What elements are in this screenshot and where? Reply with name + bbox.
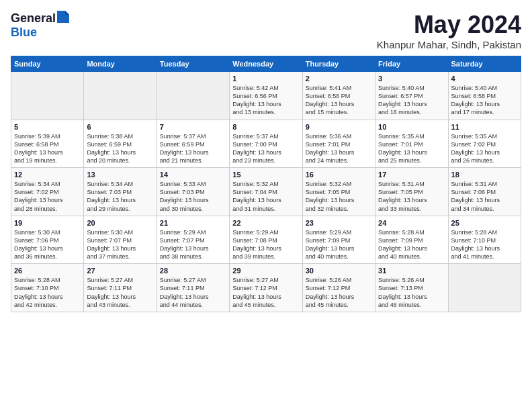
svg-marker-0 — [57, 11, 69, 23]
calendar-cell: 4Sunrise: 5:40 AM Sunset: 6:58 PM Daylig… — [448, 72, 521, 120]
calendar-cell: 29Sunrise: 5:27 AM Sunset: 7:12 PM Dayli… — [230, 264, 302, 312]
day-info: Sunrise: 5:35 AM Sunset: 7:01 PM Dayligh… — [378, 132, 445, 165]
day-info: Sunrise: 5:26 AM Sunset: 7:12 PM Dayligh… — [306, 276, 372, 309]
calendar-cell: 6Sunrise: 5:38 AM Sunset: 6:59 PM Daylig… — [84, 120, 157, 168]
day-number: 29 — [232, 267, 299, 275]
calendar-cell — [448, 264, 521, 312]
calendar-cell — [84, 72, 157, 120]
weekday-header-tuesday: Tuesday — [157, 56, 229, 72]
calendar-week-row: 12Sunrise: 5:34 AM Sunset: 7:02 PM Dayli… — [11, 168, 521, 216]
calendar-week-row: 1Sunrise: 5:42 AM Sunset: 6:56 PM Daylig… — [11, 72, 521, 120]
day-number: 14 — [160, 171, 226, 179]
day-info: Sunrise: 5:29 AM Sunset: 7:07 PM Dayligh… — [160, 228, 226, 261]
day-info: Sunrise: 5:42 AM Sunset: 6:56 PM Dayligh… — [232, 84, 299, 117]
calendar-cell — [11, 72, 84, 120]
calendar-cell: 10Sunrise: 5:35 AM Sunset: 7:01 PM Dayli… — [375, 120, 448, 168]
day-number: 27 — [87, 267, 153, 275]
day-info: Sunrise: 5:33 AM Sunset: 7:03 PM Dayligh… — [160, 180, 226, 213]
day-number: 6 — [87, 123, 153, 131]
header: General Blue May 2024 Khanpur Mahar, Sin… — [11, 11, 521, 50]
calendar-week-row: 19Sunrise: 5:30 AM Sunset: 7:06 PM Dayli… — [11, 216, 521, 264]
day-number: 8 — [232, 123, 299, 131]
day-info: Sunrise: 5:35 AM Sunset: 7:02 PM Dayligh… — [451, 132, 518, 165]
calendar-cell: 23Sunrise: 5:29 AM Sunset: 7:09 PM Dayli… — [302, 216, 375, 264]
calendar-cell: 26Sunrise: 5:28 AM Sunset: 7:10 PM Dayli… — [11, 264, 84, 312]
calendar-table: SundayMondayTuesdayWednesdayThursdayFrid… — [11, 56, 521, 312]
weekday-header-wednesday: Wednesday — [230, 56, 302, 72]
day-info: Sunrise: 5:31 AM Sunset: 7:06 PM Dayligh… — [451, 180, 518, 213]
calendar-cell: 7Sunrise: 5:37 AM Sunset: 6:59 PM Daylig… — [157, 120, 229, 168]
day-number: 16 — [306, 171, 372, 179]
calendar-cell: 2Sunrise: 5:41 AM Sunset: 6:56 PM Daylig… — [302, 72, 375, 120]
calendar-cell: 8Sunrise: 5:37 AM Sunset: 7:00 PM Daylig… — [230, 120, 302, 168]
day-info: Sunrise: 5:41 AM Sunset: 6:56 PM Dayligh… — [306, 84, 372, 117]
day-number: 31 — [378, 267, 445, 275]
weekday-header-friday: Friday — [375, 56, 448, 72]
day-number: 12 — [14, 171, 81, 179]
day-info: Sunrise: 5:40 AM Sunset: 6:57 PM Dayligh… — [378, 84, 445, 117]
weekday-header-thursday: Thursday — [302, 56, 375, 72]
day-number: 28 — [160, 267, 226, 275]
calendar-cell — [157, 72, 229, 120]
day-number: 3 — [378, 75, 445, 83]
calendar-cell: 21Sunrise: 5:29 AM Sunset: 7:07 PM Dayli… — [157, 216, 229, 264]
day-info: Sunrise: 5:29 AM Sunset: 7:09 PM Dayligh… — [306, 228, 372, 261]
calendar-cell: 18Sunrise: 5:31 AM Sunset: 7:06 PM Dayli… — [448, 168, 521, 216]
day-number: 10 — [378, 123, 445, 131]
day-number: 20 — [87, 219, 153, 227]
day-info: Sunrise: 5:34 AM Sunset: 7:02 PM Dayligh… — [14, 180, 81, 213]
day-number: 4 — [451, 75, 518, 83]
svg-marker-1 — [65, 11, 69, 15]
day-info: Sunrise: 5:31 AM Sunset: 7:05 PM Dayligh… — [378, 180, 445, 213]
day-info: Sunrise: 5:28 AM Sunset: 7:10 PM Dayligh… — [14, 276, 81, 309]
weekday-header-saturday: Saturday — [448, 56, 521, 72]
calendar-cell: 5Sunrise: 5:39 AM Sunset: 6:58 PM Daylig… — [11, 120, 84, 168]
day-number: 9 — [306, 123, 372, 131]
day-info: Sunrise: 5:40 AM Sunset: 6:58 PM Dayligh… — [451, 84, 518, 117]
day-number: 5 — [14, 123, 81, 131]
day-number: 17 — [378, 171, 445, 179]
logo-blue-text: Blue — [11, 26, 37, 39]
day-number: 7 — [160, 123, 226, 131]
title-area: May 2024 Khanpur Mahar, Sindh, Pakistan — [377, 11, 521, 50]
calendar-cell: 24Sunrise: 5:28 AM Sunset: 7:09 PM Dayli… — [375, 216, 448, 264]
day-info: Sunrise: 5:27 AM Sunset: 7:11 PM Dayligh… — [160, 276, 226, 309]
day-number: 24 — [378, 219, 445, 227]
day-number: 21 — [160, 219, 226, 227]
calendar-cell: 15Sunrise: 5:32 AM Sunset: 7:04 PM Dayli… — [230, 168, 302, 216]
logo-icon — [57, 11, 69, 26]
day-info: Sunrise: 5:32 AM Sunset: 7:05 PM Dayligh… — [306, 180, 372, 213]
day-number: 19 — [14, 219, 81, 227]
day-number: 26 — [14, 267, 81, 275]
day-info: Sunrise: 5:29 AM Sunset: 7:08 PM Dayligh… — [232, 228, 299, 261]
day-info: Sunrise: 5:30 AM Sunset: 7:07 PM Dayligh… — [87, 228, 153, 261]
calendar-cell: 9Sunrise: 5:36 AM Sunset: 7:01 PM Daylig… — [302, 120, 375, 168]
day-info: Sunrise: 5:32 AM Sunset: 7:04 PM Dayligh… — [232, 180, 299, 213]
calendar-cell: 27Sunrise: 5:27 AM Sunset: 7:11 PM Dayli… — [84, 264, 157, 312]
weekday-header-row: SundayMondayTuesdayWednesdayThursdayFrid… — [11, 56, 521, 72]
calendar-subtitle: Khanpur Mahar, Sindh, Pakistan — [377, 39, 521, 50]
day-number: 25 — [451, 219, 518, 227]
calendar-cell: 16Sunrise: 5:32 AM Sunset: 7:05 PM Dayli… — [302, 168, 375, 216]
day-number: 18 — [451, 171, 518, 179]
day-info: Sunrise: 5:27 AM Sunset: 7:11 PM Dayligh… — [87, 276, 153, 309]
calendar-cell: 17Sunrise: 5:31 AM Sunset: 7:05 PM Dayli… — [375, 168, 448, 216]
day-info: Sunrise: 5:28 AM Sunset: 7:09 PM Dayligh… — [378, 228, 445, 261]
day-info: Sunrise: 5:28 AM Sunset: 7:10 PM Dayligh… — [451, 228, 518, 261]
calendar-cell: 1Sunrise: 5:42 AM Sunset: 6:56 PM Daylig… — [230, 72, 302, 120]
calendar-cell: 30Sunrise: 5:26 AM Sunset: 7:12 PM Dayli… — [302, 264, 375, 312]
calendar-week-row: 5Sunrise: 5:39 AM Sunset: 6:58 PM Daylig… — [11, 120, 521, 168]
day-number: 15 — [232, 171, 299, 179]
day-number: 11 — [451, 123, 518, 131]
day-info: Sunrise: 5:39 AM Sunset: 6:58 PM Dayligh… — [14, 132, 81, 165]
calendar-cell: 31Sunrise: 5:26 AM Sunset: 7:13 PM Dayli… — [375, 264, 448, 312]
weekday-header-monday: Monday — [84, 56, 157, 72]
calendar-cell: 13Sunrise: 5:34 AM Sunset: 7:03 PM Dayli… — [84, 168, 157, 216]
day-info: Sunrise: 5:34 AM Sunset: 7:03 PM Dayligh… — [87, 180, 153, 213]
day-number: 30 — [306, 267, 372, 275]
day-info: Sunrise: 5:30 AM Sunset: 7:06 PM Dayligh… — [14, 228, 81, 261]
day-info: Sunrise: 5:27 AM Sunset: 7:12 PM Dayligh… — [232, 276, 299, 309]
day-number: 1 — [232, 75, 299, 83]
logo: General Blue — [11, 11, 69, 40]
day-info: Sunrise: 5:26 AM Sunset: 7:13 PM Dayligh… — [378, 276, 445, 309]
